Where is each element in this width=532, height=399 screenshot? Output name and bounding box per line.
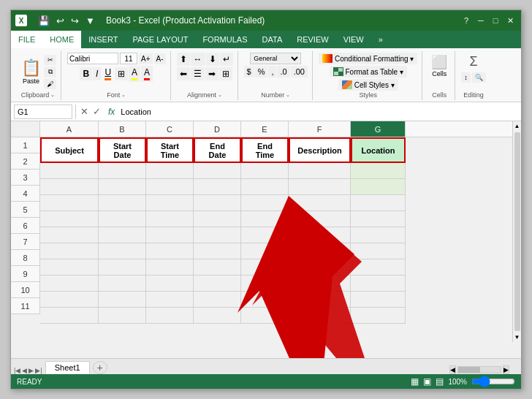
bold-button[interactable]: B xyxy=(80,67,92,80)
cell-g9[interactable] xyxy=(351,276,406,292)
formula-input[interactable] xyxy=(118,107,521,116)
cell-b3[interactable] xyxy=(99,179,146,195)
underline-button[interactable]: U xyxy=(102,66,114,82)
h-scroll-track[interactable] xyxy=(457,366,501,373)
cell-g7[interactable] xyxy=(351,243,406,259)
cell-b5[interactable] xyxy=(99,211,146,227)
cell-c8[interactable] xyxy=(146,259,194,276)
cell-g6[interactable] xyxy=(351,227,406,243)
align-top-button[interactable]: ⬆ xyxy=(177,53,190,66)
cell-f2[interactable] xyxy=(289,163,351,179)
cell-g10[interactable] xyxy=(351,292,406,308)
row-header-3[interactable]: 3 xyxy=(11,170,40,186)
cell-f1[interactable]: Description xyxy=(289,137,351,163)
col-header-e[interactable]: E xyxy=(241,121,289,137)
cell-styles-button[interactable]: Cell Styles ▾ xyxy=(338,79,398,91)
cell-e5[interactable] xyxy=(241,211,289,227)
cell-a9[interactable] xyxy=(40,276,99,292)
col-header-b[interactable]: B xyxy=(99,121,146,137)
horizontal-scrollbar[interactable]: ◀ ▶ xyxy=(449,365,509,374)
col-header-f[interactable]: F xyxy=(289,121,351,137)
scroll-thumb[interactable] xyxy=(514,132,520,331)
cell-d4[interactable] xyxy=(194,195,241,211)
paste-button[interactable]: 📋 Paste xyxy=(20,58,42,85)
increase-font-button[interactable]: A+ xyxy=(139,53,153,64)
cell-f9[interactable] xyxy=(289,276,351,292)
alignment-expand[interactable]: ⌄ xyxy=(218,92,222,98)
cell-g11[interactable] xyxy=(351,308,406,324)
row-header-7[interactable]: 7 xyxy=(11,234,40,250)
copy-button[interactable]: ⧉ xyxy=(44,66,56,77)
cell-e2[interactable] xyxy=(241,163,289,179)
cell-c1[interactable]: StartTime xyxy=(146,137,194,163)
format-painter-button[interactable]: 🖌 xyxy=(44,79,56,89)
cell-d10[interactable] xyxy=(194,292,241,308)
cell-c9[interactable] xyxy=(146,276,194,292)
cell-b8[interactable] xyxy=(99,259,146,276)
cell-d2[interactable] xyxy=(194,163,241,179)
autosum-button[interactable]: Σ xyxy=(467,53,481,71)
row-header-9[interactable]: 9 xyxy=(11,266,40,282)
page-layout-icon[interactable]: ▣ xyxy=(423,376,431,387)
cell-f4[interactable] xyxy=(289,195,351,211)
comma-button[interactable]: , xyxy=(268,66,276,77)
cell-e6[interactable] xyxy=(241,227,289,243)
cell-c7[interactable] xyxy=(146,243,194,259)
cell-a5[interactable] xyxy=(40,211,99,227)
cell-e9[interactable] xyxy=(241,276,289,292)
menu-data[interactable]: DATA xyxy=(255,31,290,48)
currency-button[interactable]: $ xyxy=(244,66,254,77)
help-button[interactable]: ? xyxy=(460,15,473,26)
cell-d5[interactable] xyxy=(194,211,241,227)
menu-home[interactable]: HOME xyxy=(42,31,81,48)
confirm-formula-button[interactable]: ✓ xyxy=(91,105,102,118)
cell-a11[interactable] xyxy=(40,308,99,324)
cell-a3[interactable] xyxy=(40,179,99,195)
cell-a8[interactable] xyxy=(40,259,99,276)
cell-b9[interactable] xyxy=(99,276,146,292)
row-header-2[interactable]: 2 xyxy=(11,153,40,170)
wrap-text-button[interactable]: ↵ xyxy=(220,53,233,66)
fill-color-button[interactable]: A xyxy=(129,66,140,82)
cell-f5[interactable] xyxy=(289,211,351,227)
cell-f11[interactable] xyxy=(289,308,351,324)
add-sheet-button[interactable]: + xyxy=(93,361,107,374)
cell-d11[interactable] xyxy=(194,308,241,324)
menu-insert[interactable]: INSERT xyxy=(81,31,125,48)
align-bottom-button[interactable]: ⬇ xyxy=(206,53,219,66)
cell-g1[interactable]: Location xyxy=(351,137,406,163)
scroll-right-button[interactable]: ▶ xyxy=(503,365,509,374)
cell-d6[interactable] xyxy=(194,227,241,243)
cell-f6[interactable] xyxy=(289,227,351,243)
cell-g5[interactable] xyxy=(351,211,406,227)
format-as-table-button[interactable]: Format as Table ▾ xyxy=(330,66,407,77)
menu-formulas[interactable]: FORMULAS xyxy=(195,31,254,48)
cell-c4[interactable] xyxy=(146,195,194,211)
undo-button[interactable]: ↩ xyxy=(54,15,66,27)
cell-c3[interactable] xyxy=(146,179,194,195)
cell-e1[interactable]: EndTime xyxy=(241,137,289,163)
scroll-left-button[interactable]: ◀ xyxy=(449,365,456,374)
row-header-1[interactable]: 1 xyxy=(11,137,40,153)
cell-e4[interactable] xyxy=(241,195,289,211)
cell-a1[interactable]: Subject xyxy=(40,137,99,163)
cancel-formula-button[interactable]: ✕ xyxy=(79,105,90,118)
redo-button[interactable]: ↪ xyxy=(69,15,81,27)
cell-b10[interactable] xyxy=(99,292,146,308)
sheet-first-button[interactable]: |◀ xyxy=(14,367,20,374)
row-header-6[interactable]: 6 xyxy=(11,218,40,234)
cell-b1[interactable]: StartDate xyxy=(99,137,146,163)
cell-b11[interactable] xyxy=(99,308,146,324)
sheet-tab-sheet1[interactable]: Sheet1 xyxy=(45,361,90,374)
cell-d9[interactable] xyxy=(194,276,241,292)
scroll-down-button[interactable]: ▼ xyxy=(513,332,521,342)
cell-e7[interactable] xyxy=(241,243,289,259)
merge-button[interactable]: ⊞ xyxy=(219,67,232,80)
cell-b6[interactable] xyxy=(99,227,146,243)
row-header-11[interactable]: 11 xyxy=(11,298,40,314)
cell-c6[interactable] xyxy=(146,227,194,243)
toolbar-dropdown[interactable]: ▼ xyxy=(83,15,97,27)
cell-c10[interactable] xyxy=(146,292,194,308)
cell-e10[interactable] xyxy=(241,292,289,308)
menu-review[interactable]: REVIEW xyxy=(289,31,335,48)
